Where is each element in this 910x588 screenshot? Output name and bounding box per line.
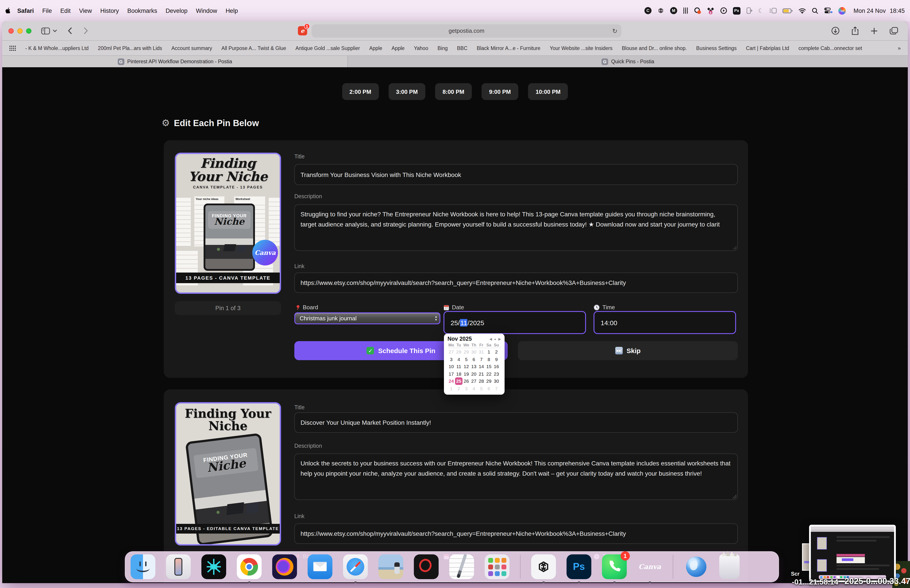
record-app-icon[interactable] — [694, 6, 701, 15]
calendar-day[interactable]: 27 — [448, 348, 455, 355]
screenshot-preview-thumbnail[interactable] — [809, 525, 896, 582]
url-bar[interactable]: getpostia.com ↻ — [312, 24, 621, 37]
calendar-day[interactable]: 17 — [448, 370, 455, 377]
minimize-window-button[interactable] — [17, 28, 23, 33]
bookmark-item[interactable]: Antique Gold ...sale Supplier — [296, 45, 360, 51]
openai-icon[interactable] — [657, 6, 664, 15]
dock-chrome-icon[interactable] — [237, 554, 262, 579]
dock-red-ring-app-icon[interactable] — [414, 554, 439, 579]
play-circle-icon[interactable] — [720, 6, 727, 15]
bookmark-item[interactable]: Black Mirror A...e - Furniture — [477, 45, 540, 51]
tab-pinterest-api-workflow[interactable]: G Pinterest API Workflow Demonstration -… — [2, 56, 348, 67]
calendar-day[interactable]: 29 — [485, 377, 493, 385]
title-input[interactable]: Discover Your Unique Market Position Ins… — [294, 412, 738, 433]
time-slot-button[interactable]: 8:00 PM — [435, 83, 472, 100]
calendar-day[interactable]: 24 — [448, 377, 455, 385]
menu-edit[interactable]: Edit — [60, 7, 71, 14]
sidebar-chevron-icon[interactable] — [53, 29, 57, 32]
zoom-window-button[interactable] — [26, 28, 31, 33]
pin-image-2[interactable]: Finding Your Niche FINDING YOUR Niche 13… — [175, 402, 281, 546]
focus-moon-icon[interactable]: ☾ — [758, 6, 764, 15]
link-input[interactable]: https://www.etsy.com/shop/myyviralvault/… — [294, 523, 738, 544]
dock-whatsapp-icon[interactable]: 1 — [602, 554, 627, 579]
battery-icon[interactable] — [783, 6, 793, 15]
dock-trash-icon[interactable] — [719, 554, 740, 579]
calendar-day[interactable]: 7 — [493, 385, 500, 392]
calendar-day[interactable]: 3 — [462, 385, 470, 392]
time-input[interactable]: 14:00 — [593, 311, 736, 334]
calendar-day[interactable]: 2 — [455, 385, 462, 392]
menu-develop[interactable]: Develop — [165, 7, 187, 14]
dock-canva-icon[interactable]: Canva — [637, 554, 662, 579]
skip-button[interactable]: Skip — [518, 341, 738, 360]
menu-window[interactable]: Window — [196, 7, 217, 14]
calendar-day[interactable]: 28 — [455, 348, 462, 355]
menu-bookmarks[interactable]: Bookmarks — [127, 7, 157, 14]
wifi-icon[interactable] — [798, 6, 806, 15]
bookmark-item[interactable]: Your Website ...site Insiders — [550, 45, 613, 51]
tidal-app-icon[interactable]: 8 — [707, 6, 714, 15]
bookmark-item[interactable]: BBC — [457, 45, 467, 51]
dock-textedit-icon[interactable] — [449, 554, 474, 579]
calendar-day[interactable]: 1 — [448, 385, 455, 392]
calendar-day[interactable]: 20 — [470, 370, 478, 377]
calendar-day[interactable]: 4 — [470, 385, 478, 392]
back-button[interactable] — [68, 27, 72, 34]
c-app-icon[interactable]: C — [645, 7, 651, 14]
calendar-day[interactable]: 13 — [470, 363, 478, 370]
pin-image-1[interactable]: Finding Your Niche CANVA TEMPLATE - 13 P… — [175, 153, 281, 294]
bookmark-item[interactable]: Account summary — [171, 45, 212, 51]
bookmark-item[interactable]: All Purpose A... Twist & Glue — [221, 45, 286, 51]
calendar-prev-icon[interactable]: ◀ — [489, 337, 492, 341]
menu-help[interactable]: Help — [226, 7, 238, 14]
calendar-day[interactable]: 26 — [462, 377, 470, 385]
calendar-day[interactable]: 14 — [478, 363, 485, 370]
calendar-next-icon[interactable]: ▶ — [498, 337, 501, 341]
bookmark-item[interactable]: complete Cab...onnector set — [798, 45, 862, 51]
title-input[interactable]: Transform Your Business Vision with This… — [294, 164, 738, 185]
dock-network-globe-icon[interactable] — [684, 554, 709, 579]
link-input[interactable]: https://www.etsy.com/shop/myyviralvault/… — [294, 273, 738, 293]
calendar-day[interactable]: 18 — [455, 370, 462, 377]
downloads-icon[interactable] — [831, 27, 840, 35]
menu-safari[interactable]: Safari — [17, 7, 34, 14]
tab-quick-pins[interactable]: G Quick Pins - Postia — [348, 56, 908, 67]
bookmarks-grid-icon[interactable] — [9, 45, 16, 51]
menu-clock[interactable]: Mon 24 Nov 18:45 — [853, 7, 905, 14]
calendar-day[interactable]: 6 — [485, 385, 493, 392]
calendar-day[interactable]: 31 — [478, 348, 485, 355]
calendar-day[interactable]: 2 — [493, 348, 500, 355]
calendar-day[interactable]: 4 — [455, 355, 462, 363]
px-app-icon[interactable]: Px — [733, 7, 740, 15]
bookmarks-overflow-chevron[interactable]: » — [898, 45, 901, 51]
calendar-day[interactable]: 29 — [462, 348, 470, 355]
calendar-day[interactable]: 19 — [462, 370, 470, 377]
dock-photo-file-icon[interactable] — [378, 554, 403, 579]
forward-button[interactable] — [84, 27, 88, 34]
m-app-icon[interactable]: M — [670, 7, 677, 14]
calendar-day[interactable]: 5 — [478, 385, 485, 392]
time-slot-button[interactable]: 9:00 PM — [482, 83, 518, 100]
menu-file[interactable]: File — [42, 7, 52, 14]
share-icon[interactable] — [852, 26, 859, 35]
calendar-day[interactable]: 3 — [448, 355, 455, 363]
calendar-day-selected[interactable]: 25 — [455, 377, 462, 385]
new-tab-icon[interactable] — [871, 27, 878, 34]
time-slot-button[interactable]: 10:00 PM — [528, 83, 568, 100]
bookmark-item[interactable]: Cart | Fabriplas Ltd — [746, 45, 789, 51]
board-select[interactable]: Christmas junk journal ▴▾ — [294, 312, 440, 324]
bookmark-item[interactable]: Yahoo — [414, 45, 428, 51]
bookmark-item[interactable]: Blouse and Dr... online shop. — [622, 45, 687, 51]
sidebar-toggle-icon[interactable] — [41, 27, 50, 34]
apple-menu-icon[interactable] — [5, 7, 11, 14]
dock-iphone-mirroring-icon[interactable] — [166, 554, 191, 579]
calendar-day[interactable]: 11 — [455, 363, 462, 370]
menu-history[interactable]: History — [100, 7, 119, 14]
dock-firefox-icon[interactable] — [272, 554, 297, 579]
export-menu-icon[interactable] — [746, 6, 752, 15]
calendar-day[interactable]: 27 — [470, 377, 478, 385]
dock-mail-icon[interactable] — [308, 554, 332, 579]
bookmark-item[interactable]: - K & M Whole...uppliers Ltd — [25, 45, 89, 51]
bookmark-item[interactable]: Apple — [369, 45, 382, 51]
reload-icon[interactable]: ↻ — [613, 27, 617, 34]
